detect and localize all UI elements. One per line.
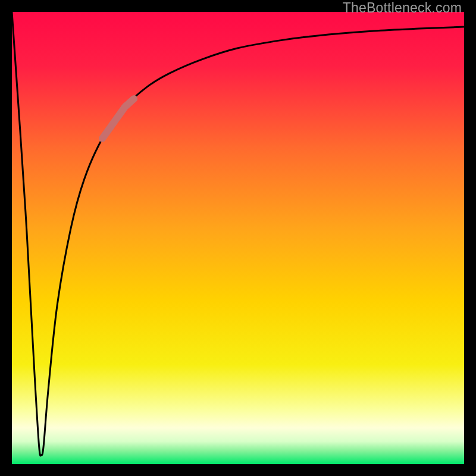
curve-path [12,12,464,456]
bottleneck-curve [12,12,464,464]
chart-stage: TheBottleneck.com [0,0,476,476]
curve-highlight [102,99,134,139]
plot-area [12,12,464,464]
watermark-text: TheBottleneck.com [343,0,462,16]
